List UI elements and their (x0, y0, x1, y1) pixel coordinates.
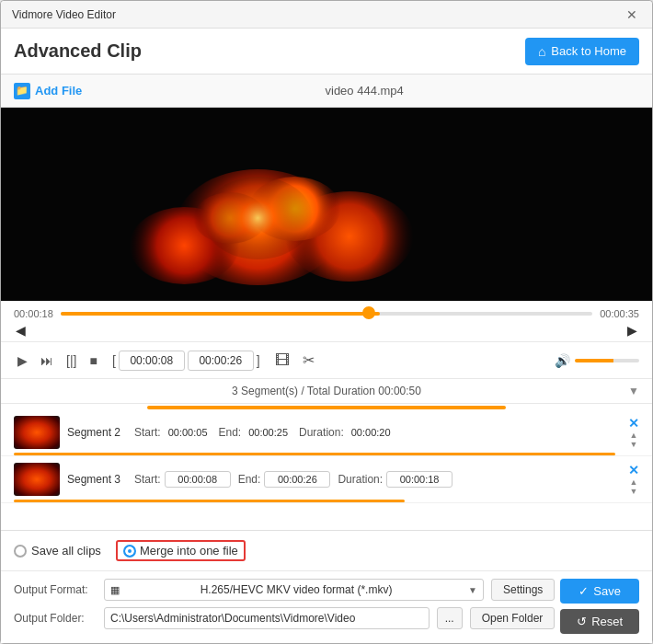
merge-option[interactable]: Merge into one file (116, 540, 246, 561)
segment-2-start-label: Start: (134, 426, 161, 439)
segments-header: 3 Segment(s) / Total Duration 00:00:50 ▼ (1, 379, 652, 404)
segment-2-close-button[interactable]: ✕ (628, 417, 639, 430)
segment-2-arrows: ▲ ▼ (630, 431, 638, 449)
segment-2-thumb-fire (14, 416, 60, 449)
play-icon: ▶ (17, 353, 28, 368)
reset-button[interactable]: ↺ Reset (560, 609, 639, 634)
save-all-clips-option[interactable]: Save all clips (14, 544, 101, 558)
segment-2-end-value: 00:00:25 (245, 425, 292, 440)
back-home-label: Back to Home (551, 44, 626, 58)
page-title: Advanced Clip (14, 40, 142, 62)
split-button[interactable]: ✂ (299, 350, 318, 371)
window-title: Vidmore Video Editor (12, 8, 116, 21)
end-time-input[interactable] (188, 351, 254, 371)
timeline-slider[interactable] (61, 311, 592, 316)
bracket-open: [ (112, 353, 116, 368)
folder-path-input[interactable]: C:\Users\Administrator\Documents\Vidmore… (104, 607, 430, 629)
bracket-in-icon: [|] (66, 353, 76, 368)
segment-3-start-input[interactable] (165, 471, 231, 488)
segment-3-duration-label: Duration: (338, 473, 383, 486)
save-button[interactable]: ✓ Save (560, 579, 639, 604)
format-select[interactable]: ▦ H.265/HEVC MKV video format (*.mkv) ▼ (104, 579, 484, 601)
segment-3-end-label: End: (238, 473, 261, 486)
format-icon: ▦ (110, 584, 120, 596)
stop-icon: ■ (89, 353, 97, 368)
close-button[interactable]: ✕ (623, 7, 641, 22)
segment-3-close-button[interactable]: ✕ (628, 464, 639, 477)
segment-3-row: Segment 3 Start: End: Duration: ✕ ▲ (1, 456, 652, 503)
settings-button[interactable]: Settings (491, 579, 555, 601)
segment-3-duration-field: Duration: (338, 471, 453, 488)
reset-label: Reset (591, 615, 623, 628)
segment-3-start-label: Start: (134, 473, 161, 486)
bracket-in-button[interactable]: [|] (63, 351, 80, 370)
add-file-label: Add File (35, 84, 82, 98)
segment-3-end-input[interactable] (264, 471, 330, 488)
segment-3-thumb-fire (14, 463, 60, 496)
segment-2-end-label: End: (219, 426, 242, 439)
end-time-label: 00:00:35 (600, 308, 639, 319)
time-range-group: [ ] (112, 351, 260, 371)
title-bar: Vidmore Video Editor ✕ (1, 1, 652, 29)
dots-button[interactable]: ... (437, 607, 463, 629)
output-format-row: Output Format: ▦ H.265/HEVC MKV video fo… (14, 579, 555, 601)
segment-3-info: Segment 3 Start: End: Duration: (67, 471, 621, 488)
video-canvas (1, 108, 652, 301)
slider-fill (61, 312, 380, 316)
segment-2-up-arrow[interactable]: ▲ (630, 431, 638, 440)
segment-2-actions: ✕ ▲ ▼ (628, 417, 639, 449)
step-forward-icon: ⏭ (40, 353, 53, 368)
merge-radio[interactable] (123, 545, 136, 558)
save-check-icon: ✓ (579, 584, 589, 598)
segment-3-name: Segment 3 (67, 473, 127, 486)
output-folder-label: Output Folder: (14, 612, 97, 625)
action-buttons: ✓ Save ↺ Reset (560, 579, 639, 636)
stop-button[interactable]: ■ (86, 351, 100, 370)
segment-3-end-field: End: (238, 471, 331, 488)
segment-2-duration-field: Duration: 00:00:20 (299, 425, 395, 440)
segments-expand-icon[interactable]: ▼ (628, 385, 639, 397)
segment-2-row: Segment 2 Start: 00:00:05 End: 00:00:25 … (1, 409, 652, 456)
segment-3-arrows: ▲ ▼ (630, 478, 638, 496)
back-home-button[interactable]: ⌂ Back to Home (525, 38, 639, 65)
add-file-button[interactable]: 📁 Add File (14, 83, 82, 99)
options-row: Save all clips Merge into one file (1, 531, 652, 571)
segment-2-duration-label: Duration: (299, 426, 344, 439)
segment-3-up-arrow[interactable]: ▲ (630, 478, 638, 487)
segment-2-duration-value: 00:00:20 (348, 425, 395, 440)
open-folder-button[interactable]: Open Folder (470, 607, 556, 629)
slider-thumb[interactable] (362, 306, 375, 319)
filename-label: video 444.mp4 (89, 84, 639, 98)
segment-3-down-arrow[interactable]: ▼ (630, 488, 638, 496)
timeline-area: 00:00:18 00:00:35 ◀ ▶ (1, 301, 652, 342)
bracket-close: ] (257, 353, 260, 368)
segment-2-name: Segment 2 (67, 426, 127, 439)
toolbar: 📁 Add File video 444.mp4 (1, 75, 652, 108)
segments-summary: 3 Segment(s) / Total Duration 00:00:50 (14, 385, 639, 397)
segment-2-start-value: 00:00:05 (165, 425, 212, 440)
step-forward-button[interactable]: ⏭ (37, 351, 57, 370)
volume-section: 🔊 (555, 353, 639, 368)
video-preview (1, 108, 652, 301)
volume-slider[interactable] (575, 359, 639, 362)
output-format-label: Output Format: (14, 583, 97, 596)
trim-handle-left[interactable]: ◀ (16, 323, 26, 338)
time-track: 00:00:18 00:00:35 (14, 308, 639, 319)
save-all-clips-radio[interactable] (14, 545, 27, 558)
segment-2-info: Segment 2 Start: 00:00:05 End: 00:00:25 … (67, 425, 621, 440)
cut-icon: 🎞 (275, 352, 290, 368)
segment-2-progress-bar (14, 453, 615, 455)
home-icon: ⌂ (538, 44, 545, 59)
reset-icon: ↺ (577, 615, 587, 628)
cut-button[interactable]: 🎞 (271, 351, 293, 371)
trim-handle-right[interactable]: ▶ (627, 323, 637, 338)
start-time-input[interactable] (119, 351, 185, 371)
add-file-icon: 📁 (14, 83, 30, 99)
segment-3-start-field: Start: (134, 471, 231, 488)
play-button[interactable]: ▶ (14, 351, 31, 370)
save-all-clips-label: Save all clips (31, 544, 101, 558)
segment-3-duration-input[interactable] (386, 471, 453, 488)
segment-2-down-arrow[interactable]: ▼ (630, 441, 638, 449)
segment-2-thumb (14, 416, 60, 449)
bottom-bar: Output Format: ▦ H.265/HEVC MKV video fo… (1, 571, 652, 643)
